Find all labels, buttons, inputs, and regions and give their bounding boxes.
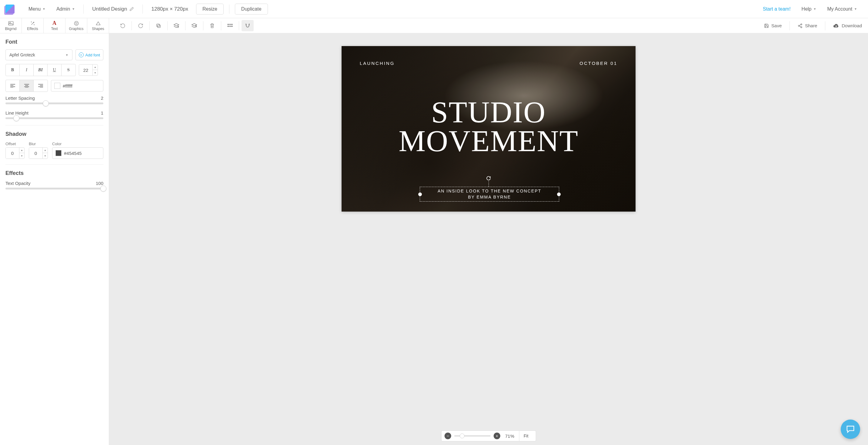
underline-button[interactable]: U [48, 64, 62, 76]
download-button[interactable]: Download [827, 18, 868, 33]
text-opacity-value: 100 [96, 181, 103, 186]
share-button[interactable]: Share [792, 18, 823, 33]
save-button[interactable]: Save [758, 18, 788, 33]
start-team-link[interactable]: Start a team! [757, 6, 796, 12]
selected-text-element[interactable]: AN INSIDE LOOK TO THE NEW CONCEPT BY EMM… [420, 187, 559, 202]
chat-icon [846, 425, 855, 434]
zoom-fit-button[interactable]: Fit [519, 431, 533, 441]
stepper-up-icon[interactable]: ▲ [20, 148, 24, 153]
font-heading: Font [5, 39, 103, 45]
font-size-value[interactable] [79, 65, 92, 76]
header-text-row: LAUNCHING OCTOBER 01 [360, 61, 617, 66]
undo-button[interactable] [116, 18, 130, 33]
text-opacity-slider[interactable] [5, 188, 103, 189]
properties-sidebar: Font Apfel Grotezk ▼ Add font B I BI U S… [0, 33, 109, 445]
font-size-input[interactable]: ▲▼ [79, 64, 98, 76]
main-title[interactable]: STUDIO MOVEMENT [342, 98, 636, 155]
italic-button[interactable]: I [20, 64, 34, 76]
svg-point-1 [9, 22, 10, 23]
stepper-down-icon[interactable]: ▼ [20, 153, 24, 158]
shadow-color-hex[interactable] [64, 151, 85, 156]
bold-button[interactable]: B [6, 64, 20, 76]
svg-rect-12 [231, 26, 232, 27]
bring-forward-button[interactable] [187, 18, 201, 33]
tool-tab-background[interactable]: Bkgrnd [0, 18, 22, 33]
stepper-down-icon[interactable]: ▼ [43, 153, 48, 158]
copy-button[interactable] [152, 18, 165, 33]
pencil-icon [129, 7, 134, 11]
zoom-in-button[interactable]: + [494, 433, 500, 439]
shadow-blur-value[interactable] [29, 148, 42, 158]
bold-italic-button[interactable]: BI [34, 64, 48, 76]
align-right-button[interactable] [34, 80, 48, 92]
tool-tab-shapes[interactable]: Shapes [87, 18, 109, 33]
menu-dropdown[interactable]: Menu▼ [23, 0, 51, 18]
shadow-blur-input[interactable]: ▲▼ [29, 147, 48, 159]
text-color-input[interactable] [51, 80, 103, 92]
svg-point-15 [801, 26, 802, 28]
duplicate-button[interactable]: Duplicate [235, 4, 268, 14]
help-dropdown[interactable]: Help▼ [796, 6, 822, 12]
tool-tab-effects[interactable]: Effects [22, 18, 44, 33]
grid-button[interactable] [223, 18, 237, 33]
font-family-select[interactable]: Apfel Grotezk ▼ [5, 50, 72, 60]
separator [789, 21, 790, 30]
help-label: Help [802, 6, 812, 12]
zoom-slider[interactable] [454, 435, 491, 437]
stepper-up-icon[interactable]: ▲ [93, 65, 98, 70]
separator [221, 21, 221, 30]
caret-down-icon: ▼ [813, 7, 816, 10]
artboard[interactable]: LAUNCHING OCTOBER 01 STUDIO MOVEMENT AN … [342, 46, 636, 212]
strikethrough-button[interactable]: S [62, 64, 75, 76]
cloud-download-icon [833, 23, 839, 28]
blur-label: Blur [29, 142, 48, 146]
design-title-input[interactable]: Untitled Design [87, 6, 140, 12]
shadow-color-input[interactable] [52, 147, 103, 159]
zoom-out-button[interactable]: − [444, 433, 451, 439]
top-left-text[interactable]: LAUNCHING [360, 61, 395, 66]
align-left-button[interactable] [6, 80, 20, 92]
shadow-offset-input[interactable]: ▲▼ [5, 147, 25, 159]
snap-button[interactable] [242, 20, 254, 31]
redo-button[interactable] [134, 18, 148, 33]
separator [239, 21, 239, 30]
svg-rect-6 [157, 24, 159, 27]
svg-point-14 [798, 25, 800, 26]
admin-dropdown[interactable]: Admin▼ [51, 0, 80, 18]
main-area: Font Apfel Grotezk ▼ Add font B I BI U S… [0, 33, 868, 445]
canvas-area[interactable]: LAUNCHING OCTOBER 01 STUDIO MOVEMENT AN … [109, 33, 868, 445]
stepper-down-icon[interactable]: ▼ [93, 70, 98, 76]
account-dropdown[interactable]: My Account▼ [822, 6, 863, 12]
resize-button[interactable]: Resize [196, 4, 224, 14]
image-icon [8, 21, 13, 26]
text-align-group [5, 80, 48, 92]
add-font-button[interactable]: Add font [75, 50, 103, 60]
app-logo[interactable] [5, 4, 14, 13]
send-backward-button[interactable] [169, 18, 183, 33]
resize-handle-left[interactable] [418, 192, 422, 196]
account-label: My Account [827, 6, 852, 12]
line-height-slider[interactable] [5, 117, 103, 119]
separator [131, 21, 132, 30]
top-right-text[interactable]: OCTOBER 01 [580, 61, 617, 66]
svg-rect-10 [227, 26, 229, 27]
stepper-up-icon[interactable]: ▲ [43, 148, 48, 153]
line-height-label: Line Height [5, 110, 29, 116]
resize-handle-right[interactable] [557, 192, 561, 196]
canvas-dimensions: 1280px × 720px [146, 6, 193, 12]
svg-rect-0 [8, 21, 13, 25]
align-center-button[interactable] [20, 80, 34, 92]
rotate-handle-line [489, 181, 489, 187]
rotate-handle[interactable] [486, 176, 491, 182]
add-font-label: Add font [86, 53, 100, 57]
chat-button[interactable] [841, 419, 860, 439]
delete-button[interactable] [205, 18, 219, 33]
save-icon [764, 23, 769, 28]
tool-tab-graphics[interactable]: Graphics [65, 18, 87, 33]
letter-spacing-slider[interactable] [5, 102, 103, 104]
shadow-offset-value[interactable] [6, 148, 19, 158]
tool-tab-text[interactable]: AText [44, 18, 65, 33]
zoom-value: 71% [503, 434, 516, 439]
text-color-hex[interactable] [63, 83, 84, 89]
caret-down-icon: ▼ [65, 53, 68, 57]
